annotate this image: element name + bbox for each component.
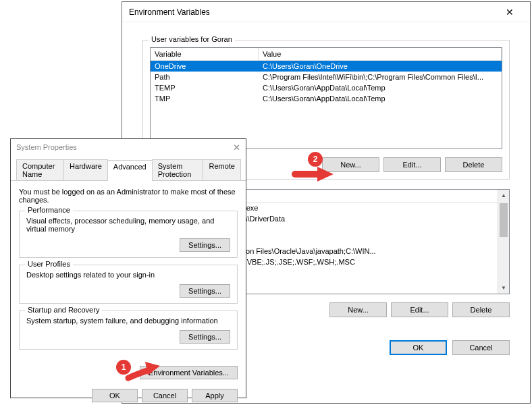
table-header[interactable]: Variable Value (151, 48, 502, 61)
annotation-badge-1: 1 (116, 360, 131, 375)
scrollbar[interactable]: ▲ ▼ (498, 190, 509, 294)
sys-titlebar[interactable]: System Properties ✕ (11, 139, 246, 155)
sys-title: System Properties (16, 143, 77, 151)
table-row[interactable]: Path C:\Program Files\Intel\WiFi\bin\;C:… (151, 72, 502, 82)
tab-hardware[interactable]: Hardware (63, 159, 108, 180)
tab-advanced[interactable]: Advanced (107, 160, 153, 181)
startup-group: Startup and Recovery System startup, sys… (19, 310, 238, 350)
startup-settings-button[interactable]: Settings... (180, 330, 230, 344)
performance-desc: Visual effects, processor scheduling, me… (26, 217, 230, 233)
environment-variables-button[interactable]: Environment Variables... (140, 366, 238, 379)
user-edit-button[interactable]: Edit... (383, 157, 441, 172)
user-profiles-group: User Profiles Desktop settings related t… (19, 265, 238, 304)
user-vars-table[interactable]: Variable Value OneDrive C:\Users\Goran\O… (150, 47, 502, 149)
col-value[interactable]: Value (259, 48, 502, 60)
user-profiles-label: User Profiles (25, 260, 73, 268)
table-row[interactable]: TMP C:\Users\Goran\AppData\Local\Temp (151, 93, 502, 104)
close-icon[interactable]: ✕ (233, 142, 240, 153)
sys-edit-button[interactable]: Edit... (391, 302, 448, 317)
env-titlebar[interactable]: Environment Variables ✕ (122, 2, 530, 22)
user-delete-button[interactable]: Delete (445, 157, 502, 172)
startup-desc: System startup, system failure, and debu… (26, 317, 230, 325)
user-vars-label: User variables for Goran (149, 35, 235, 43)
sys-cancel-button[interactable]: Cancel (142, 389, 188, 402)
performance-settings-button[interactable]: Settings... (180, 238, 230, 252)
startup-label: Startup and Recovery (25, 306, 102, 314)
table-row[interactable]: TEMP C:\Users\Goran\AppData\Local\Temp (151, 82, 502, 93)
performance-label: Performance (25, 206, 73, 214)
table-row[interactable]: OneDrive C:\Users\Goran\OneDrive (151, 61, 502, 72)
sys-delete-button[interactable]: Delete (452, 302, 510, 317)
close-icon[interactable]: ✕ (496, 3, 523, 21)
performance-group: Performance Visual effects, processor sc… (19, 211, 238, 258)
scroll-up-icon[interactable]: ▲ (498, 190, 509, 201)
sys-apply-button[interactable]: Apply (192, 389, 238, 402)
tab-computer-name[interactable]: Computer Name (16, 159, 64, 180)
scroll-thumb[interactable] (500, 203, 508, 237)
sys-ok-button[interactable]: OK (92, 389, 138, 402)
sys-new-button[interactable]: New... (329, 302, 387, 317)
col-variable[interactable]: Variable (151, 48, 259, 60)
tab-remote[interactable]: Remote (203, 159, 241, 180)
sys-tabs: Computer Name Hardware Advanced System P… (11, 155, 246, 181)
admin-note: You must be logged on as an Administrato… (19, 188, 238, 204)
env-title: Environment Variables (129, 7, 210, 17)
user-profiles-settings-button[interactable]: Settings... (180, 284, 230, 298)
cancel-button[interactable]: Cancel (452, 340, 510, 355)
system-properties-window: System Properties ✕ Computer Name Hardwa… (10, 138, 246, 398)
user-profiles-desc: Desktop settings related to your sign-in (26, 271, 230, 279)
ok-button[interactable]: OK (390, 340, 447, 355)
scroll-down-icon[interactable]: ▼ (498, 282, 509, 294)
annotation-badge-2: 2 (308, 152, 323, 167)
tab-system-protection[interactable]: System Protection (152, 159, 204, 180)
user-new-button[interactable]: New... (322, 157, 379, 172)
